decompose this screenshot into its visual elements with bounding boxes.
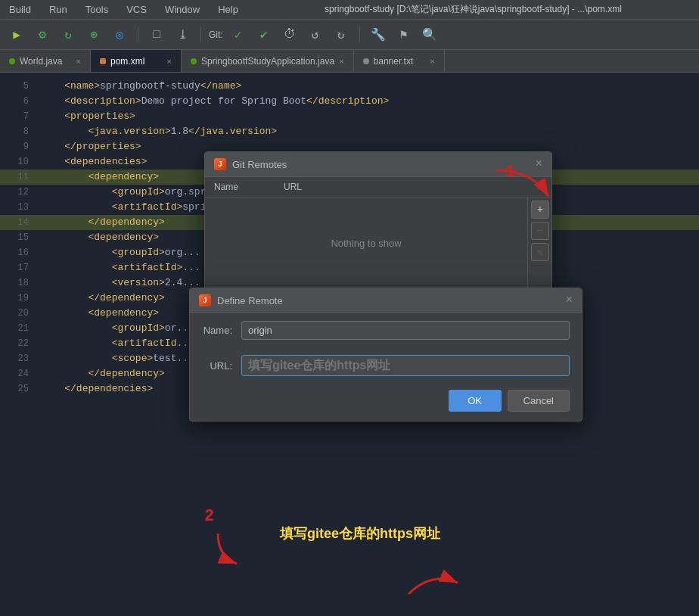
git-remotes-table-header: Name URL: [205, 177, 551, 198]
git-remotes-side-buttons: + − ✎: [527, 198, 551, 288]
name-input[interactable]: [241, 321, 570, 340]
git-remotes-title-text: Git Remotes: [232, 159, 529, 170]
name-form-row: Name:: [190, 313, 582, 347]
add-remote-button[interactable]: +: [531, 201, 549, 219]
define-remote-close-button[interactable]: ×: [565, 294, 573, 306]
git-remotes-title-bar: J Git Remotes ×: [205, 152, 551, 177]
dialog-overlay: J Git Remotes × Name URL Nothing to show…: [0, 0, 699, 616]
define-remote-dialog-icon: J: [199, 294, 211, 306]
remove-remote-button[interactable]: −: [531, 222, 549, 240]
nothing-to-show-label: Nothing to show: [331, 238, 401, 249]
annotation-arrow-ok: [401, 564, 477, 602]
annotation-arrow-2: [195, 526, 256, 571]
edit-remote-button[interactable]: ✎: [531, 243, 549, 261]
url-form-row: URL:: [190, 347, 582, 384]
git-remotes-dialog-icon: J: [214, 158, 226, 170]
url-hint-text: 填写gitee仓库的https网址: [280, 524, 440, 543]
ok-button[interactable]: OK: [449, 390, 502, 412]
col-header-name: Name: [214, 182, 238, 192]
url-input-container: [241, 355, 570, 376]
cancel-button[interactable]: Cancel: [508, 390, 570, 412]
name-label: Name:: [202, 325, 232, 336]
url-label: URL:: [202, 360, 232, 372]
define-remote-dialog: J Define Remote × Name: URL: OK Cancel: [189, 288, 582, 422]
git-remotes-list-area: Nothing to show: [205, 198, 527, 288]
define-remote-title-bar: J Define Remote ×: [190, 288, 582, 313]
url-input[interactable]: [241, 355, 570, 376]
define-remote-title-text: Define Remote: [217, 295, 559, 306]
col-header-url: URL: [284, 182, 302, 192]
git-remotes-close-button[interactable]: ×: [535, 158, 542, 170]
git-remotes-dialog: J Git Remotes × Name URL Nothing to show…: [204, 151, 552, 290]
define-remote-buttons: OK Cancel: [190, 384, 582, 421]
git-remotes-content: Nothing to show + − ✎: [205, 198, 551, 288]
annotation-label-2: 2: [204, 507, 214, 526]
